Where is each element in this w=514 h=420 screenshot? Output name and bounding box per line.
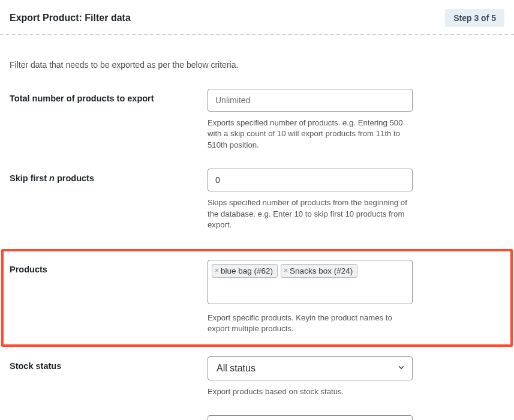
panel-header: Export Product: Filter data Step 3 of 5	[0, 0, 514, 34]
help-stock-status: Export products based on stock status.	[208, 386, 413, 397]
help-total-products: Exports specified number of products. e.…	[208, 118, 413, 151]
label-stock-status: Stock status	[10, 356, 208, 371]
page-title: Export Product: Filter data	[10, 13, 131, 23]
label-exclude-products: Exclude products	[10, 415, 208, 420]
row-skip-products: Skip first n products Skips specified nu…	[10, 169, 504, 230]
row-products: Products × blue bag (#62) × Snacks box (…	[10, 260, 504, 335]
help-skip-products: Skips specified number of products from …	[208, 197, 413, 230]
label-products: Products	[10, 260, 208, 274]
close-icon[interactable]: ×	[215, 267, 219, 274]
input-total-products[interactable]	[208, 89, 413, 112]
row-total-products: Total number of products to export Expor…	[10, 89, 504, 151]
label-skip-products: Skip first n products	[10, 169, 208, 183]
label-total-products: Total number of products to export	[10, 89, 208, 103]
highlighted-products-section: Products × blue bag (#62) × Snacks box (…	[1, 249, 513, 347]
product-tag[interactable]: × blue bag (#62)	[212, 264, 278, 278]
select-stock-status[interactable]: All status	[208, 356, 413, 380]
input-skip-products[interactable]	[208, 169, 413, 191]
product-tag[interactable]: × Snacks box (#24)	[281, 264, 357, 278]
product-tag-label: blue bag (#62)	[221, 266, 273, 275]
row-stock-status: Stock status All status Export products …	[10, 356, 504, 397]
product-tag-label: Snacks box (#24)	[290, 266, 353, 275]
input-products-tagbox[interactable]: × blue bag (#62) × Snacks box (#24)	[208, 260, 413, 304]
step-badge: Step 3 of 5	[445, 9, 504, 27]
help-products: Export specific products. Keyin the prod…	[208, 313, 413, 335]
close-icon[interactable]: ×	[284, 267, 288, 274]
intro-text: Filter data that needs to be exported as…	[10, 60, 504, 70]
form-content: Filter data that needs to be exported as…	[0, 35, 514, 420]
export-product-filter-panel: Export Product: Filter data Step 3 of 5 …	[0, 0, 514, 420]
input-exclude-products-tagbox[interactable]: Exclude products	[208, 415, 413, 420]
row-exclude-products: Exclude products Exclude products Use th…	[10, 415, 504, 420]
